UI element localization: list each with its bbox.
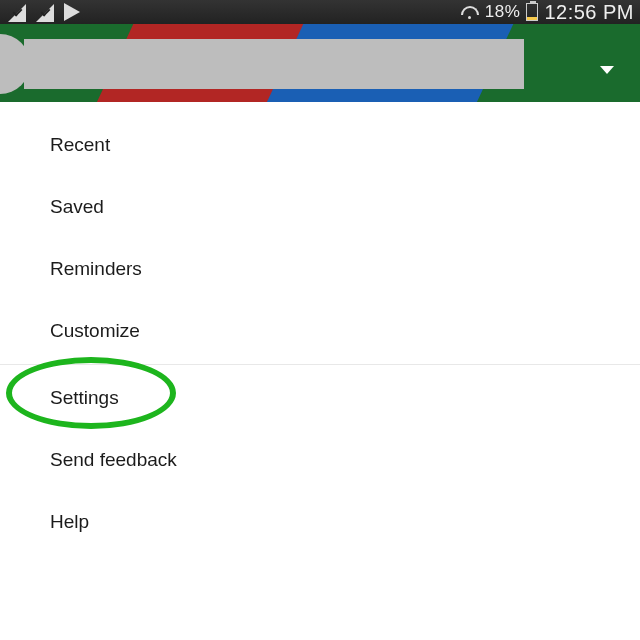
- menu-item-reminders[interactable]: Reminders: [0, 238, 640, 300]
- menu-item-send-feedback[interactable]: Send feedback: [0, 429, 640, 491]
- menu-item-label: Saved: [50, 196, 104, 217]
- menu-item-label: Send feedback: [50, 449, 177, 470]
- menu-item-settings[interactable]: Settings: [0, 367, 640, 429]
- menu-item-customize[interactable]: Customize: [0, 300, 640, 362]
- battery-icon: [526, 3, 538, 21]
- android-status-bar: 18% 12:56 PM: [0, 0, 640, 24]
- menu-item-label: Customize: [50, 320, 140, 341]
- battery-fill: [527, 17, 537, 20]
- menu-item-label: Reminders: [50, 258, 142, 279]
- status-left-icons: [0, 2, 80, 22]
- battery-percent-text: 18%: [485, 2, 521, 22]
- wifi-icon: [461, 6, 479, 19]
- menu-divider: [0, 364, 640, 365]
- play-store-icon: [64, 3, 80, 21]
- menu-item-recent[interactable]: Recent: [0, 114, 640, 176]
- overflow-menu-caret-icon[interactable]: [600, 66, 614, 74]
- status-right-block: 18% 12:56 PM: [461, 0, 634, 24]
- clock-text: 12:56 PM: [544, 1, 634, 24]
- menu-item-label: Recent: [50, 134, 110, 155]
- menu-item-help[interactable]: Help: [0, 491, 640, 553]
- notification-icon-1: [8, 2, 28, 22]
- menu-item-label: Settings: [50, 387, 119, 408]
- search-input[interactable]: [24, 39, 524, 89]
- app-header: [0, 24, 640, 102]
- nav-drawer-menu: Recent Saved Reminders Customize Setting…: [0, 114, 640, 553]
- menu-item-label: Help: [50, 511, 89, 532]
- menu-item-saved[interactable]: Saved: [0, 176, 640, 238]
- notification-icon-2: [36, 2, 56, 22]
